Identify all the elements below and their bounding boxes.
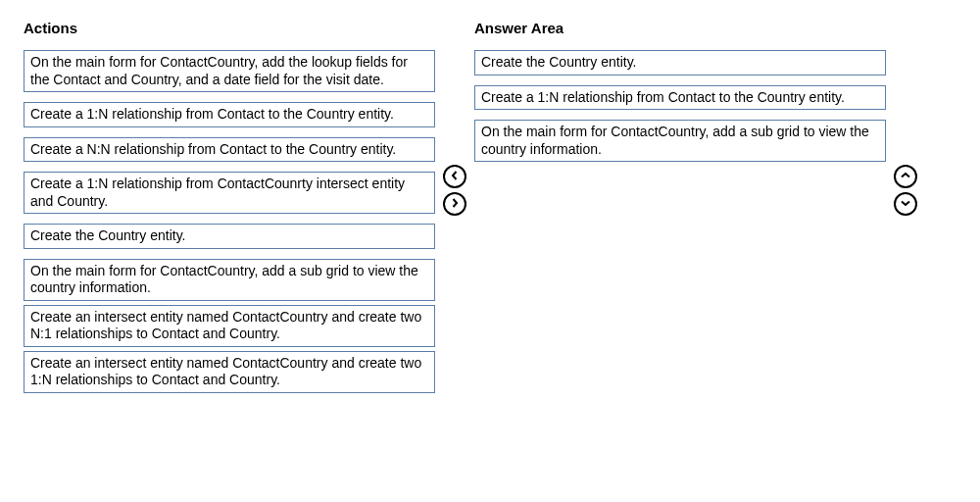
action-text: Create the Country entity. [30,227,185,243]
move-controls [443,165,466,216]
action-text: Create an intersect entity named Contact… [30,355,421,388]
chevron-left-icon [450,171,460,182]
action-text: Create a 1:N relationship from ContactCo… [30,176,405,209]
chevron-down-icon [901,198,910,210]
move-left-button[interactable] [443,165,466,188]
move-down-button[interactable] [894,192,917,216]
action-text: On the main form for ContactCountry, add… [30,54,408,87]
answer-item[interactable]: Create the Country entity. [474,50,886,75]
answer-text: On the main form for ContactCountry, add… [481,124,869,157]
action-item[interactable]: Create an intersect entity named Contact… [24,305,435,347]
action-item[interactable]: Create an intersect entity named Contact… [24,351,435,393]
action-text: Create a 1:N relationship from Contact t… [30,106,394,122]
order-controls [894,165,917,216]
drag-drop-question: Actions On the main form for ContactCoun… [0,0,980,417]
answer-item[interactable]: On the main form for ContactCountry, add… [474,120,886,162]
answer-column: Answer Area Create the Country entity. C… [474,20,886,397]
action-item[interactable]: On the main form for ContactCountry, add… [24,259,435,301]
actions-column: Actions On the main form for ContactCoun… [24,20,435,397]
chevron-up-icon [901,171,910,182]
answer-text: Create the Country entity. [481,54,636,70]
action-text: Create a N:N relationship from Contact t… [30,141,396,157]
action-item[interactable]: Create the Country entity. [24,224,435,249]
action-item[interactable]: On the main form for ContactCountry, add… [24,50,435,92]
answer-header: Answer Area [474,20,886,36]
action-item[interactable]: Create a N:N relationship from Contact t… [24,137,435,163]
answer-item[interactable]: Create a 1:N relationship from Contact t… [474,85,886,111]
move-right-button[interactable] [443,192,466,216]
move-up-button[interactable] [894,165,917,188]
action-text: On the main form for ContactCountry, add… [30,263,418,296]
answer-text: Create a 1:N relationship from Contact t… [481,89,845,105]
action-item[interactable]: Create a 1:N relationship from Contact t… [24,102,435,127]
action-text: Create an intersect entity named Contact… [30,309,421,342]
actions-header: Actions [24,20,435,36]
chevron-right-icon [450,198,460,210]
action-item[interactable]: Create a 1:N relationship from ContactCo… [24,172,435,214]
